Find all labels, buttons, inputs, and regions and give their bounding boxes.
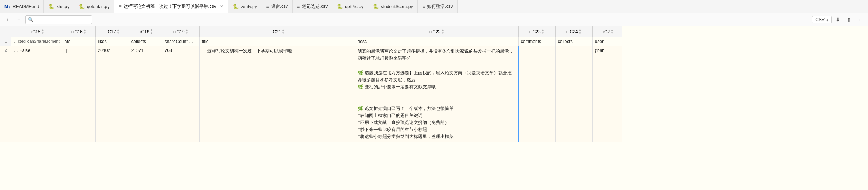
field-c24[interactable]: collects bbox=[555, 37, 592, 46]
tab-label: 如何整活.csv bbox=[427, 3, 453, 10]
tab-studentscore[interactable]: 🐍 studentScore.py bbox=[368, 0, 418, 13]
tab-label: verify.py bbox=[241, 4, 257, 9]
py-icon: 🐍 bbox=[373, 4, 379, 9]
field-c15[interactable]: …cted canShareMoment bbox=[11, 37, 62, 46]
col-type-icon: □ bbox=[270, 30, 272, 34]
col-header-c17[interactable]: □ C17 ▲▼ bbox=[95, 26, 129, 37]
col-type-icon: □ bbox=[71, 30, 74, 34]
tab-notes[interactable]: ≡ 笔记选题.csv bbox=[293, 0, 332, 13]
col-type-icon: □ bbox=[105, 30, 107, 34]
csv-icon: ≡ bbox=[266, 4, 269, 9]
tab-main-csv[interactable]: ≡ 这样写论文初稿一次过！下学期可以躺平啦.csv ✕ bbox=[114, 0, 228, 13]
sort-controls[interactable]: ▲▼ bbox=[185, 29, 188, 35]
field-c16[interactable]: ats bbox=[62, 37, 95, 46]
cell-c17[interactable]: 20402 bbox=[95, 46, 129, 142]
csv-format-selector[interactable]: CSV ↓ bbox=[812, 16, 832, 23]
sort-controls[interactable]: ▲▼ bbox=[83, 29, 86, 35]
col-id-label: C21 bbox=[273, 29, 281, 35]
minus-button[interactable]: − bbox=[14, 15, 24, 24]
tab-howto[interactable]: ≡ 如何整活.csv bbox=[418, 0, 457, 13]
field-c21[interactable]: title bbox=[199, 37, 355, 46]
cell-c15[interactable]: … False bbox=[11, 46, 62, 142]
tab-label: studentScore.py bbox=[381, 4, 413, 9]
py-icon: 🐍 bbox=[79, 4, 85, 9]
search-input[interactable] bbox=[35, 17, 89, 22]
sort-controls[interactable]: ▲▼ bbox=[611, 29, 614, 35]
csv-label: CSV bbox=[815, 17, 825, 22]
col-type-icon: □ bbox=[566, 30, 569, 34]
field-c18[interactable]: collects bbox=[129, 37, 162, 46]
cell-c18[interactable]: 21571 bbox=[129, 46, 162, 142]
col-header-c15[interactable]: □ C15 ▲ ▼ bbox=[11, 26, 62, 37]
col-type-icon: □ bbox=[601, 30, 604, 34]
tab-label: 这样写论文初稿一次过！下学期可以躺平啦.csv bbox=[124, 3, 216, 10]
py-icon: 🐍 bbox=[337, 4, 343, 9]
table-container: □ C15 ▲ ▼ □ C16 ▲▼ bbox=[0, 26, 868, 190]
col-id-label: C15 bbox=[32, 29, 40, 35]
col-header-c19[interactable]: □ C19 ▲▼ bbox=[162, 26, 199, 37]
row-num-2: 2 bbox=[0, 46, 11, 142]
field-ellipsis: … bbox=[189, 39, 193, 44]
col-id-label: C22 bbox=[433, 29, 441, 35]
cell-c23[interactable] bbox=[518, 46, 555, 142]
md-icon: M↓ bbox=[4, 4, 10, 9]
cell-c16[interactable]: [] bbox=[62, 46, 95, 142]
col-header-c24[interactable]: □ C24 ▲▼ bbox=[555, 26, 592, 37]
col-id-label: C16 bbox=[75, 29, 83, 35]
tab-label: 避雷.csv bbox=[271, 3, 288, 10]
col-type-icon: □ bbox=[173, 30, 176, 34]
sort-controls[interactable]: ▲▼ bbox=[579, 29, 582, 35]
sort-controls[interactable]: ▲ ▼ bbox=[41, 29, 44, 35]
row-num-header bbox=[0, 26, 11, 37]
tab-getpic[interactable]: 🐍 getPic.py bbox=[332, 0, 368, 13]
tab-bar: M↓ README.md 🐍 xhs.py 🐍 getdetail.py ≡ 这… bbox=[0, 0, 868, 13]
tab-label: 笔记选题.csv bbox=[302, 3, 328, 10]
tab-verify[interactable]: 🐍 verify.py bbox=[228, 0, 262, 13]
field-c2x[interactable]: user bbox=[592, 37, 622, 46]
sort-controls[interactable]: ▲▼ bbox=[150, 29, 153, 35]
col-id-label: C17 bbox=[108, 29, 116, 35]
col-header-c18[interactable]: □ C18 ▲▼ bbox=[129, 26, 162, 37]
col-header-c23[interactable]: □ C23 ▲▼ bbox=[518, 26, 555, 37]
table-row: 2 … False [] 20402 21571 768 … 这样写论文初稿一次… bbox=[0, 46, 622, 142]
tab-readme[interactable]: M↓ README.md bbox=[0, 0, 44, 13]
tab-getdetail[interactable]: 🐍 getdetail.py bbox=[74, 0, 114, 13]
row-num-1: 1 bbox=[0, 37, 11, 46]
col-header-c16[interactable]: □ C16 ▲▼ bbox=[62, 26, 95, 37]
tab-label: getdetail.py bbox=[87, 4, 109, 9]
sort-controls[interactable]: ▲▼ bbox=[441, 29, 444, 35]
cell-c22[interactable]: 我真的感觉我写论文走了超多捷径，并没有体会到大家说的头发掉一把的感觉，初稿过了就… bbox=[355, 46, 518, 142]
download-button[interactable]: ⬇ bbox=[833, 15, 843, 24]
cell-c24[interactable] bbox=[555, 46, 592, 142]
upload-button[interactable]: ⬆ bbox=[844, 15, 854, 24]
tab-bilei[interactable]: ≡ 避雷.csv bbox=[262, 0, 293, 13]
field-name: shareCount bbox=[165, 39, 188, 44]
cell-c21[interactable]: … 这样写论文初稿一次过！下学期可以躺平啦 bbox=[199, 46, 355, 142]
tab-label: xhs.py bbox=[56, 4, 69, 9]
field-c23[interactable]: comments bbox=[518, 37, 555, 46]
search-box[interactable]: 🔍 bbox=[25, 15, 92, 24]
back-button[interactable]: ← bbox=[855, 15, 865, 24]
field-c19[interactable]: shareCount … bbox=[162, 37, 199, 46]
tab-close-button[interactable]: ✕ bbox=[220, 4, 223, 9]
tab-xhs[interactable]: 🐍 xhs.py bbox=[44, 0, 74, 13]
col-id-label: C23 bbox=[533, 29, 541, 35]
sort-controls[interactable]: ▲▼ bbox=[542, 29, 545, 35]
chevron-down-icon: ↓ bbox=[826, 17, 828, 22]
add-button[interactable]: + bbox=[3, 15, 13, 24]
cell-c19[interactable]: 768 bbox=[162, 46, 199, 142]
field-prefix: …cted bbox=[14, 39, 26, 43]
field-c17[interactable]: likes bbox=[95, 37, 129, 46]
col-header-c2x[interactable]: □ C2 ▲▼ bbox=[592, 26, 622, 37]
cell-c2x[interactable]: {'bar bbox=[592, 46, 622, 142]
col-header-c22[interactable]: □ C22 ▲▼ bbox=[355, 26, 518, 37]
sort-controls[interactable]: ▲▼ bbox=[282, 29, 285, 35]
field-name: canShareMoment bbox=[27, 39, 60, 43]
sort-controls[interactable]: ▲▼ bbox=[117, 29, 120, 35]
field-c22[interactable]: desc bbox=[355, 37, 518, 46]
col-id-label: C24 bbox=[570, 29, 578, 35]
col-type-icon: □ bbox=[138, 30, 141, 34]
col-type-icon: □ bbox=[529, 30, 532, 34]
field-name-row: 1 …cted canShareMoment ats likes collect… bbox=[0, 37, 622, 46]
col-header-c21[interactable]: □ C21 ▲▼ bbox=[199, 26, 355, 37]
